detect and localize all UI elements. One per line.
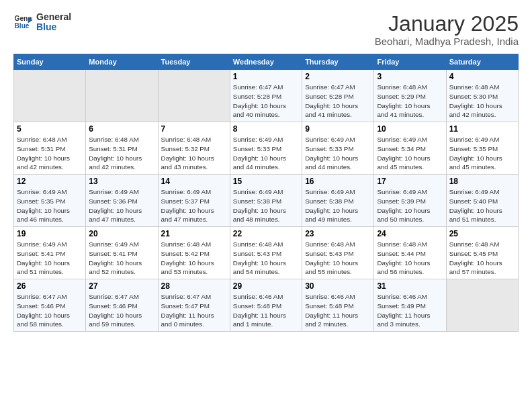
day-cell: 21Sunrise: 6:48 AM Sunset: 5:42 PM Dayli… <box>158 227 230 279</box>
day-cell: 14Sunrise: 6:49 AM Sunset: 5:37 PM Dayli… <box>158 175 230 227</box>
day-cell: 23Sunrise: 6:48 AM Sunset: 5:43 PM Dayli… <box>302 227 374 279</box>
day-info: Sunrise: 6:49 AM Sunset: 5:33 PM Dayligh… <box>233 135 299 172</box>
day-number: 10 <box>377 124 443 134</box>
day-number: 7 <box>161 124 227 134</box>
day-number: 14 <box>161 177 227 186</box>
header-day-friday: Friday <box>374 54 446 70</box>
day-number: 27 <box>89 281 154 291</box>
day-number: 24 <box>377 229 443 238</box>
day-info: Sunrise: 6:49 AM Sunset: 5:35 PM Dayligh… <box>449 135 515 172</box>
logo-line2: Blue <box>36 22 71 32</box>
day-number: 17 <box>377 177 443 186</box>
day-number: 31 <box>377 281 443 291</box>
day-info: Sunrise: 6:49 AM Sunset: 5:40 PM Dayligh… <box>449 187 515 224</box>
day-number: 4 <box>449 72 515 81</box>
day-cell <box>14 70 86 122</box>
day-info: Sunrise: 6:46 AM Sunset: 5:48 PM Dayligh… <box>233 292 299 329</box>
svg-text:Blue: Blue <box>15 23 30 30</box>
day-cell: 26Sunrise: 6:47 AM Sunset: 5:46 PM Dayli… <box>14 279 86 332</box>
calendar-body: 1Sunrise: 6:47 AM Sunset: 5:28 PM Daylig… <box>14 70 519 332</box>
day-info: Sunrise: 6:47 AM Sunset: 5:28 PM Dayligh… <box>305 83 371 120</box>
logo: General Blue General Blue <box>13 12 71 33</box>
day-info: Sunrise: 6:48 AM Sunset: 5:43 PM Dayligh… <box>305 240 371 277</box>
day-number: 12 <box>17 177 83 186</box>
header-day-tuesday: Tuesday <box>158 54 230 70</box>
calendar-header: SundayMondayTuesdayWednesdayThursdayFrid… <box>14 54 519 70</box>
day-number: 26 <box>17 281 83 291</box>
day-info: Sunrise: 6:49 AM Sunset: 5:33 PM Dayligh… <box>305 135 371 172</box>
day-cell: 29Sunrise: 6:46 AM Sunset: 5:48 PM Dayli… <box>230 279 302 332</box>
calendar-table: SundayMondayTuesdayWednesdayThursdayFrid… <box>13 54 519 332</box>
day-number: 1 <box>233 72 299 81</box>
day-info: Sunrise: 6:48 AM Sunset: 5:32 PM Dayligh… <box>161 135 227 172</box>
day-number: 16 <box>305 177 371 186</box>
week-row-1: 1Sunrise: 6:47 AM Sunset: 5:28 PM Daylig… <box>14 70 519 122</box>
day-number: 19 <box>17 229 83 238</box>
day-number: 29 <box>233 281 299 291</box>
day-number: 21 <box>161 229 227 238</box>
day-number: 2 <box>305 72 371 81</box>
header: General Blue General Blue January 2025 B… <box>13 12 519 47</box>
week-row-2: 5Sunrise: 6:48 AM Sunset: 5:31 PM Daylig… <box>14 122 519 175</box>
day-cell: 27Sunrise: 6:47 AM Sunset: 5:46 PM Dayli… <box>86 279 158 332</box>
day-cell: 13Sunrise: 6:49 AM Sunset: 5:36 PM Dayli… <box>86 175 158 227</box>
day-info: Sunrise: 6:49 AM Sunset: 5:34 PM Dayligh… <box>377 135 443 172</box>
day-number: 28 <box>161 281 227 291</box>
day-cell: 30Sunrise: 6:46 AM Sunset: 5:48 PM Dayli… <box>302 279 374 332</box>
day-cell: 11Sunrise: 6:49 AM Sunset: 5:35 PM Dayli… <box>446 122 518 175</box>
logo-line1: General <box>36 12 71 22</box>
day-info: Sunrise: 6:47 AM Sunset: 5:28 PM Dayligh… <box>233 83 299 120</box>
day-number: 9 <box>305 124 371 134</box>
header-day-sunday: Sunday <box>14 54 86 70</box>
day-number: 3 <box>377 72 443 81</box>
day-cell: 3Sunrise: 6:48 AM Sunset: 5:29 PM Daylig… <box>374 70 446 122</box>
day-cell: 9Sunrise: 6:49 AM Sunset: 5:33 PM Daylig… <box>302 122 374 175</box>
day-number: 6 <box>89 124 154 134</box>
day-cell: 28Sunrise: 6:47 AM Sunset: 5:47 PM Dayli… <box>158 279 230 332</box>
day-cell: 1Sunrise: 6:47 AM Sunset: 5:28 PM Daylig… <box>230 70 302 122</box>
day-info: Sunrise: 6:49 AM Sunset: 5:38 PM Dayligh… <box>305 187 371 224</box>
day-cell: 5Sunrise: 6:48 AM Sunset: 5:31 PM Daylig… <box>14 122 86 175</box>
day-number: 23 <box>305 229 371 238</box>
day-info: Sunrise: 6:48 AM Sunset: 5:42 PM Dayligh… <box>161 240 227 277</box>
day-cell <box>446 279 518 332</box>
day-info: Sunrise: 6:47 AM Sunset: 5:47 PM Dayligh… <box>161 292 227 329</box>
day-cell: 4Sunrise: 6:48 AM Sunset: 5:30 PM Daylig… <box>446 70 518 122</box>
day-number: 18 <box>449 177 515 186</box>
day-cell: 22Sunrise: 6:48 AM Sunset: 5:43 PM Dayli… <box>230 227 302 279</box>
subtitle: Beohari, Madhya Pradesh, India <box>375 36 519 47</box>
day-info: Sunrise: 6:49 AM Sunset: 5:36 PM Dayligh… <box>89 187 154 224</box>
day-info: Sunrise: 6:48 AM Sunset: 5:31 PM Dayligh… <box>17 135 83 172</box>
week-row-5: 26Sunrise: 6:47 AM Sunset: 5:46 PM Dayli… <box>14 279 519 332</box>
day-info: Sunrise: 6:48 AM Sunset: 5:31 PM Dayligh… <box>89 135 154 172</box>
header-row: SundayMondayTuesdayWednesdayThursdayFrid… <box>14 54 519 70</box>
title-block: January 2025 Beohari, Madhya Pradesh, In… <box>375 12 519 47</box>
day-cell: 8Sunrise: 6:49 AM Sunset: 5:33 PM Daylig… <box>230 122 302 175</box>
day-info: Sunrise: 6:49 AM Sunset: 5:41 PM Dayligh… <box>17 240 83 277</box>
day-info: Sunrise: 6:49 AM Sunset: 5:41 PM Dayligh… <box>89 240 154 277</box>
logo-icon: General Blue <box>13 13 32 32</box>
day-info: Sunrise: 6:47 AM Sunset: 5:46 PM Dayligh… <box>89 292 154 329</box>
day-cell: 20Sunrise: 6:49 AM Sunset: 5:41 PM Dayli… <box>86 227 158 279</box>
day-cell: 6Sunrise: 6:48 AM Sunset: 5:31 PM Daylig… <box>86 122 158 175</box>
day-cell: 24Sunrise: 6:48 AM Sunset: 5:44 PM Dayli… <box>374 227 446 279</box>
day-info: Sunrise: 6:49 AM Sunset: 5:37 PM Dayligh… <box>161 187 227 224</box>
main-title: January 2025 <box>375 12 519 36</box>
day-cell: 12Sunrise: 6:49 AM Sunset: 5:35 PM Dayli… <box>14 175 86 227</box>
day-info: Sunrise: 6:49 AM Sunset: 5:39 PM Dayligh… <box>377 187 443 224</box>
day-number: 11 <box>449 124 515 134</box>
header-day-wednesday: Wednesday <box>230 54 302 70</box>
day-info: Sunrise: 6:49 AM Sunset: 5:38 PM Dayligh… <box>233 187 299 224</box>
day-cell: 25Sunrise: 6:48 AM Sunset: 5:45 PM Dayli… <box>446 227 518 279</box>
header-day-monday: Monday <box>86 54 158 70</box>
page: General Blue General Blue January 2025 B… <box>0 0 532 411</box>
day-info: Sunrise: 6:46 AM Sunset: 5:48 PM Dayligh… <box>305 292 371 329</box>
day-info: Sunrise: 6:49 AM Sunset: 5:35 PM Dayligh… <box>17 187 83 224</box>
day-cell: 19Sunrise: 6:49 AM Sunset: 5:41 PM Dayli… <box>14 227 86 279</box>
day-info: Sunrise: 6:47 AM Sunset: 5:46 PM Dayligh… <box>17 292 83 329</box>
day-number: 13 <box>89 177 154 186</box>
header-day-thursday: Thursday <box>302 54 374 70</box>
day-number: 22 <box>233 229 299 238</box>
day-cell: 10Sunrise: 6:49 AM Sunset: 5:34 PM Dayli… <box>374 122 446 175</box>
day-info: Sunrise: 6:48 AM Sunset: 5:30 PM Dayligh… <box>449 83 515 120</box>
